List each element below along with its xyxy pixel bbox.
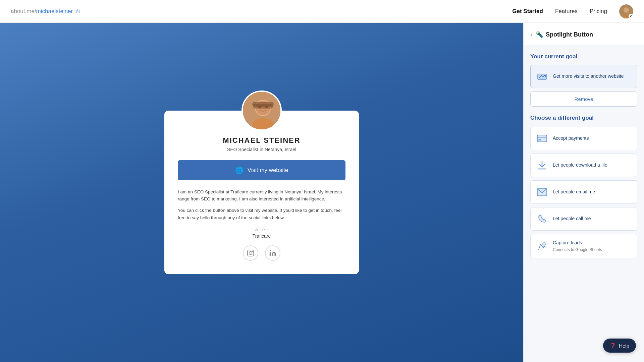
bio-paragraph-2: You can click the button above to visit …	[178, 207, 345, 221]
svg-point-1	[624, 7, 629, 13]
goal-call-me[interactable]: Let people call me	[530, 207, 637, 231]
instagram-icon[interactable]	[243, 245, 258, 261]
brand-url[interactable]: about.me/michaelsteiner	[11, 8, 73, 15]
download-file-icon	[536, 159, 548, 171]
goal-download-file[interactable]: Let people download a file	[530, 154, 637, 177]
visit-website-button[interactable]: 🌐 Visit my website	[178, 160, 345, 180]
brand-username: michaelsteiner	[36, 8, 73, 14]
user-avatar[interactable]: ⚙	[619, 4, 633, 18]
call-me-text: Let people call me	[553, 216, 591, 222]
profile-bio: I am an SEO Specialist at Traficare curr…	[178, 188, 345, 221]
svg-rect-10	[252, 102, 274, 107]
main-layout: MICHAEL STEINER SEO Specialist in Netany…	[0, 23, 644, 362]
svg-point-15	[270, 250, 271, 251]
capture-leads-text: Capture leads Connects to Google Sheets	[553, 240, 602, 252]
back-arrow-icon[interactable]: ‹	[530, 31, 532, 38]
accept-payments-text: Accept payments	[553, 135, 589, 142]
svg-rect-11	[248, 250, 254, 256]
profile-title: SEO Specialist in Netanya, Israel	[178, 147, 345, 152]
goal-capture-leads[interactable]: Capture leads Connects to Google Sheets	[530, 234, 637, 258]
email-me-text: Let people email me	[553, 189, 595, 195]
different-goal-title: Choose a different goal	[530, 115, 637, 121]
current-goal-title: Your current goal	[530, 53, 637, 60]
svg-point-21	[543, 243, 545, 245]
social-icons	[178, 245, 345, 261]
panel-header: ‹ 🔦 Spotlight Button	[524, 23, 644, 45]
avatar-wrapper	[178, 90, 345, 131]
current-goal-icon	[536, 70, 548, 82]
profile-avatar	[241, 90, 282, 131]
current-goal-text: Get more visits to another website	[553, 73, 624, 80]
linkedin-icon[interactable]	[265, 245, 280, 261]
share-icon[interactable]: ⎋	[76, 8, 80, 15]
panel-title: 🔦 Spotlight Button	[536, 31, 593, 38]
svg-rect-20	[537, 188, 547, 196]
email-me-icon	[536, 186, 548, 198]
nav-pricing[interactable]: Pricing	[590, 8, 607, 15]
work-value: Traficare	[178, 233, 345, 239]
settings-gear-icon: ⚙	[629, 14, 633, 18]
nav-features[interactable]: Features	[555, 8, 578, 15]
goal-accept-payments[interactable]: Accept payments	[530, 127, 637, 150]
panel-body: Your current goal Get more visits to ano…	[524, 45, 644, 269]
nav-right: Get Started Features Pricing ⚙	[512, 4, 633, 18]
remove-button[interactable]: Remove	[530, 92, 637, 107]
call-me-icon	[536, 213, 548, 225]
work-label: WORK	[178, 228, 345, 232]
help-button[interactable]: ❓ Help	[603, 339, 636, 353]
nav-get-started[interactable]: Get Started	[512, 8, 543, 15]
nav-left: about.me/michaelsteiner ⎋	[11, 8, 512, 15]
help-circle-icon: ❓	[610, 343, 616, 349]
capture-leads-label: Capture leads	[553, 240, 582, 245]
accept-payments-icon	[536, 132, 548, 144]
download-file-text: Let people download a file	[553, 162, 607, 169]
capture-leads-icon	[536, 240, 548, 252]
right-panel: ‹ 🔦 Spotlight Button Your current goal G…	[523, 23, 644, 362]
goal-email-me[interactable]: Let people email me	[530, 180, 637, 204]
help-label: Help	[619, 343, 629, 349]
panel-title-text: Spotlight Button	[546, 31, 593, 38]
svg-point-13	[252, 251, 253, 252]
capture-leads-subtext: Connects to Google Sheets	[553, 247, 602, 253]
svg-rect-16	[538, 74, 546, 79]
profile-name: MICHAEL STEINER	[178, 136, 345, 145]
current-goal-card[interactable]: Get more visits to another website	[530, 65, 637, 88]
svg-rect-18	[537, 137, 547, 138]
bio-paragraph-1: I am an SEO Specialist at Traficare curr…	[178, 188, 345, 203]
svg-rect-14	[270, 252, 271, 256]
work-section: WORK Traficare	[178, 228, 345, 239]
svg-rect-19	[538, 139, 541, 140]
top-navigation: about.me/michaelsteiner ⎋ Get Started Fe…	[0, 0, 644, 23]
spotlight-icon: 🔦	[536, 31, 543, 38]
profile-card: MICHAEL STEINER SEO Specialist in Netany…	[164, 111, 359, 274]
svg-rect-17	[537, 135, 547, 142]
preview-area: MICHAEL STEINER SEO Specialist in Netany…	[0, 23, 523, 362]
visit-button-label: Visit my website	[248, 167, 288, 174]
svg-point-12	[249, 252, 252, 255]
globe-icon: 🌐	[235, 166, 244, 174]
